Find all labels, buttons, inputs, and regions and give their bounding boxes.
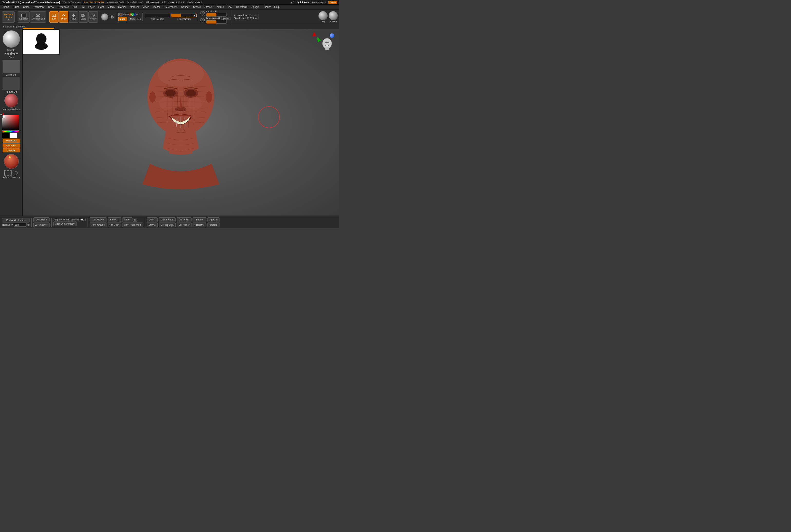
menu-marker[interactable]: Marker: [116, 5, 128, 9]
rgb-btn[interactable]: Rgb: [129, 13, 135, 16]
menu-edit[interactable]: Edit: [71, 5, 78, 9]
move-btn[interactable]: Move: [69, 11, 78, 23]
draw-size-slider[interactable]: [206, 20, 227, 24]
menu-dynamics[interactable]: Dynamics: [56, 5, 71, 9]
double-btn[interactable]: Double: [3, 148, 20, 152]
z-intensity-slider[interactable]: 25: [171, 14, 197, 17]
nav-cube[interactable]: [318, 32, 336, 52]
silhouette-btn[interactable]: Silhouette: [3, 144, 20, 148]
mirror-weld-btn[interactable]: Mirror And Weld: [122, 223, 143, 227]
lightbox-btn[interactable]: LightBox: [18, 11, 30, 23]
toolbar: SubTool Master ▼ LightBox Live Boolean: [0, 10, 339, 24]
menu-transform[interactable]: Transform: [234, 5, 249, 9]
select-lasso-tool[interactable]: [12, 170, 18, 175]
menu-movie[interactable]: Movie: [141, 5, 151, 9]
color-picker-area[interactable]: [2, 112, 21, 138]
focal-shift-slider[interactable]: [206, 13, 227, 17]
auto-groups-btn[interactable]: Auto Groups: [90, 223, 107, 227]
quicksave-btn[interactable]: QuickSave: [297, 1, 308, 4]
sphere-icon[interactable]: [101, 13, 108, 21]
svg-marker-6: [73, 16, 74, 17]
menu-material[interactable]: Material: [128, 5, 140, 9]
dynamesh-btn[interactable]: DynaMesh: [33, 217, 50, 222]
mrgb-btn[interactable]: Mrgb: [123, 13, 129, 16]
zsub-btn[interactable]: Zsub: [128, 17, 136, 21]
arrow-up[interactable]: ▲: [165, 225, 169, 228]
snakehook-btn[interactable]: SnakeH: [328, 11, 338, 23]
menu-help[interactable]: Help: [272, 5, 281, 9]
live-boolean-btn[interactable]: Live Boolean: [30, 11, 46, 23]
menu-zscript[interactable]: Zscript: [261, 5, 272, 9]
see-through-label[interactable]: See-through 0: [311, 1, 326, 4]
texture-preview[interactable]: [3, 77, 20, 90]
scale-btn[interactable]: Scale: [79, 11, 88, 23]
select-rect-tool[interactable]: [4, 170, 12, 175]
canvas-area[interactable]: [23, 29, 339, 215]
menu-stencil[interactable]: Stencil: [191, 5, 202, 9]
menu-light[interactable]: Light: [97, 5, 106, 9]
delete-btn[interactable]: Delete: [207, 223, 220, 227]
menu-render[interactable]: Render: [180, 5, 191, 9]
storemt-btn[interactable]: StoreMT: [108, 217, 121, 222]
resolution-row: Resolution: [2, 223, 30, 227]
rgb-intensity-slider[interactable]: [145, 14, 170, 17]
zremesher-btn[interactable]: ZRemesher: [33, 223, 50, 227]
append-btn[interactable]: Append: [207, 217, 220, 222]
arrow-down[interactable]: ▼: [170, 225, 174, 228]
fix-mesh-btn[interactable]: Fix Mesh: [108, 223, 121, 227]
project-all-btn[interactable]: ProjectAll: [192, 223, 206, 227]
menu-draw[interactable]: Draw: [46, 5, 55, 9]
del-higher-btn[interactable]: Del Higher: [177, 223, 192, 227]
draw-btn[interactable]: Draw: [59, 11, 68, 23]
rotate-btn[interactable]: Rotate: [88, 11, 98, 23]
menu-macro[interactable]: Macro: [106, 5, 116, 9]
menu-layer[interactable]: Layer: [87, 5, 96, 9]
sdiv-btn[interactable]: SDiv 1: [147, 223, 158, 227]
edit-btn[interactable]: Edit: [49, 11, 58, 23]
close-holes-btn[interactable]: Close Holes: [159, 217, 175, 222]
menu-brush[interactable]: Brush: [11, 5, 21, 9]
matcap-sphere[interactable]: [4, 94, 18, 108]
rotate-label: Rotate: [90, 17, 96, 20]
menu-tool[interactable]: Tool: [226, 5, 233, 9]
menu-stroke[interactable]: Stroke: [203, 5, 213, 9]
thumbnail-btn[interactable]: Thumbnail: [3, 138, 20, 143]
menu-document[interactable]: Document: [31, 5, 46, 9]
menu-button[interactable]: Menu: [328, 1, 337, 4]
menu-picker[interactable]: Picker: [151, 5, 162, 9]
menu-color[interactable]: Color: [22, 5, 31, 9]
clay-btn[interactable]: Clay: [318, 11, 327, 23]
eye-icon[interactable]: [109, 14, 115, 20]
subtool-master-btn[interactable]: SubTool Master ▼: [2, 11, 15, 23]
activate-symmetry-btn[interactable]: Activate Symmetry: [53, 222, 77, 226]
brush-preview[interactable]: [3, 30, 20, 48]
subtool-label: SubTool: [4, 13, 13, 16]
color-square[interactable]: [2, 115, 19, 130]
menu-preferences[interactable]: Preferences: [162, 5, 179, 9]
color-strip[interactable]: [2, 130, 19, 132]
dynamic-btn[interactable]: Dynamic: [221, 17, 231, 20]
draw-label: Draw: [61, 17, 67, 20]
enable-customize-btn[interactable]: Enable Customize: [2, 218, 30, 223]
resolution-input[interactable]: [14, 223, 27, 227]
menu-texture[interactable]: Texture: [214, 5, 225, 9]
menu-file[interactable]: File: [79, 5, 86, 9]
export-group: Export ProjectAll: [192, 217, 206, 227]
zcut-btn[interactable]: Zcut: [137, 18, 142, 20]
left-panel-arrow[interactable]: ◀: [0, 110, 3, 118]
alpha-preview[interactable]: [3, 60, 20, 73]
a-toggle[interactable]: A: [118, 13, 123, 16]
delmt-btn[interactable]: DelMT: [147, 217, 158, 222]
nav-cube-face[interactable]: [321, 37, 334, 52]
export-btn[interactable]: Export: [192, 217, 206, 222]
menu-zplugin[interactable]: Zplugin: [249, 5, 261, 9]
swatch-white[interactable]: [10, 133, 17, 138]
del-lower-btn[interactable]: Del Lower: [177, 217, 192, 222]
mirror-icon[interactable]: ⊠: [133, 217, 137, 222]
menu-alpha[interactable]: Alpha: [1, 5, 11, 9]
swatch-black[interactable]: [2, 133, 9, 138]
del-hidden-btn[interactable]: Del Hidden: [90, 217, 107, 222]
material-ball[interactable]: [4, 154, 19, 169]
zadd-btn[interactable]: Zadd: [118, 17, 127, 21]
mirror-btn[interactable]: Mirror: [122, 217, 132, 222]
